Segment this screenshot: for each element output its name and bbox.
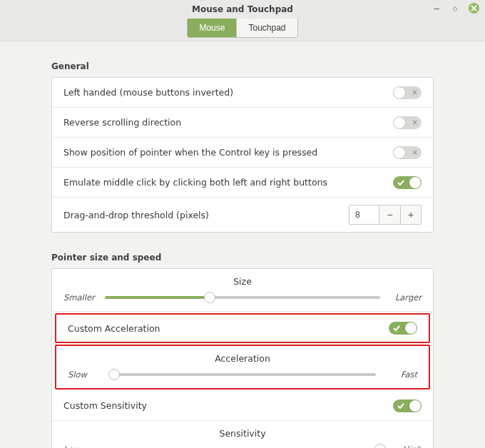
- toggle-reverse-scroll[interactable]: ×: [393, 116, 422, 129]
- label-custom-accel: Custom Acceleration: [68, 323, 160, 334]
- panel-pointer: Size Smaller Larger Custom Acceleration: [51, 268, 434, 448]
- label-dnd-threshold: Drag-and-drop threshold (pixels): [63, 210, 209, 220]
- label-sens: Sensitivity: [63, 428, 422, 439]
- button-dnd-dec[interactable]: −: [379, 205, 400, 225]
- block-accel: Acceleration Slow Fast: [55, 345, 430, 390]
- label-accel: Acceleration: [68, 353, 417, 364]
- row-custom-accel: Custom Acceleration: [55, 313, 430, 343]
- section-pointer-title: Pointer size and speed: [51, 253, 434, 263]
- close-button[interactable]: [469, 3, 479, 14]
- tab-group: Mouse Touchpad: [187, 18, 297, 38]
- tab-switcher: Mouse Touchpad: [0, 19, 485, 41]
- label-custom-sens: Custom Sensitivity: [63, 400, 147, 411]
- row-emulate-middle: Emulate middle click by clicking both le…: [52, 168, 433, 198]
- settings-scroll[interactable]: General Left handed (mouse buttons inver…: [0, 41, 485, 448]
- button-dnd-inc[interactable]: +: [400, 205, 422, 225]
- panel-general: Left handed (mouse buttons inverted) × R…: [51, 77, 434, 233]
- label-emulate-middle: Emulate middle click by clicking both le…: [63, 177, 327, 188]
- maximize-button[interactable]: ◇: [450, 4, 460, 14]
- row-reverse-scroll: Reverse scrolling direction ×: [52, 108, 433, 138]
- close-icon: [471, 5, 477, 11]
- row-left-handed: Left handed (mouse buttons inverted) ×: [52, 78, 433, 108]
- slider-size-high: Larger: [387, 292, 422, 302]
- window: Mouse and Touchpad − ◇ Mouse Touchpad Ge…: [0, 0, 485, 448]
- toggle-emulate-middle[interactable]: [393, 176, 422, 189]
- minimize-button[interactable]: −: [432, 4, 441, 14]
- slider-size[interactable]: Smaller Larger: [63, 292, 422, 302]
- section-general-title: General: [51, 61, 434, 71]
- window-title: Mouse and Touchpad: [192, 4, 293, 14]
- row-custom-sens: Custom Sensitivity: [52, 391, 433, 421]
- label-reverse-scroll: Reverse scrolling direction: [63, 117, 181, 128]
- input-dnd-threshold[interactable]: [349, 205, 379, 225]
- slider-size-track: [105, 296, 380, 299]
- label-size: Size: [63, 276, 422, 287]
- tab-mouse[interactable]: Mouse: [188, 19, 236, 37]
- slider-sens-low: Low: [63, 444, 98, 448]
- titlebar: Mouse and Touchpad − ◇: [0, 0, 485, 19]
- label-left-handed: Left handed (mouse buttons inverted): [63, 87, 233, 98]
- slider-sens-high: High: [387, 444, 422, 448]
- slider-accel-track: [109, 373, 376, 376]
- slider-accel[interactable]: Slow Fast: [68, 370, 417, 380]
- toggle-left-handed[interactable]: ×: [393, 86, 422, 99]
- slider-accel-low: Slow: [68, 370, 102, 380]
- tab-touchpad[interactable]: Touchpad: [236, 19, 297, 37]
- slider-size-low: Smaller: [63, 292, 98, 302]
- slider-accel-high: Fast: [383, 370, 417, 380]
- label-show-position: Show position of pointer when the Contro…: [63, 147, 317, 158]
- block-size: Size Smaller Larger: [52, 269, 433, 312]
- toggle-custom-accel[interactable]: [389, 322, 417, 335]
- row-show-position: Show position of pointer when the Contro…: [52, 138, 433, 168]
- block-sens: Sensitivity Low High: [52, 421, 433, 448]
- window-controls: − ◇: [432, 3, 479, 14]
- toggle-custom-sens[interactable]: [393, 399, 422, 412]
- toggle-show-position[interactable]: ×: [393, 146, 422, 159]
- slider-sens[interactable]: Low High: [63, 444, 422, 448]
- stepper-dnd-threshold: − +: [349, 205, 422, 225]
- row-dnd-threshold: Drag-and-drop threshold (pixels) − +: [52, 198, 433, 232]
